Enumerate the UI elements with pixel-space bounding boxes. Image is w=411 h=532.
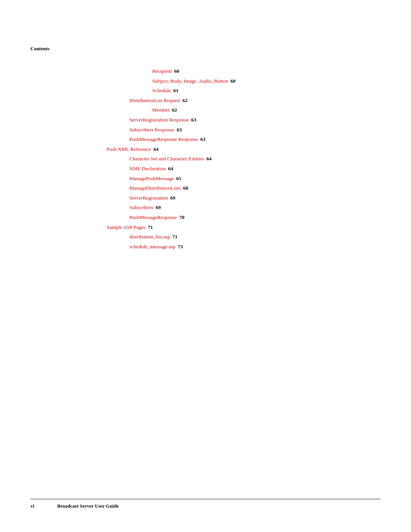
toc-item-text: XML Declaration — [129, 165, 166, 173]
toc-item-number: 60 — [174, 67, 180, 75]
toc-item-text: ManageDistributionLists — [129, 184, 181, 192]
toc-item: PushMessageResponse70 — [107, 213, 381, 222]
toc-item-text: Recipient — [152, 67, 172, 75]
toc-item: schedule_message.asp73 — [107, 243, 381, 251]
toc-item: ManageDistributionLists68 — [107, 184, 381, 192]
toc-item-text: ServerRegistration Response — [129, 116, 189, 124]
toc-item: Recipient60 — [107, 67, 381, 75]
toc-item-text: Subscribers Response — [129, 126, 174, 134]
toc-item: ManagePushMessage65 — [107, 174, 381, 183]
toc-item: distribution_list.asp71 — [107, 233, 381, 241]
toc-item-number: 62 — [182, 96, 188, 105]
footer: vi Broadcast Server User Guide — [30, 499, 381, 509]
toc-item-number: 68 — [183, 184, 188, 192]
toc-item: Member62 — [107, 106, 381, 114]
toc-item-text: PushMessageResponse Response — [129, 135, 198, 144]
contents-heading: Contents — [30, 46, 381, 52]
footer-book-title: Broadcast Server User Guide — [57, 503, 119, 509]
toc-item: DistributionList Request62 — [107, 96, 381, 105]
toc-item-number: 73 — [178, 243, 183, 251]
toc-item-number: 62 — [172, 106, 177, 114]
toc-item-text: DistributionList Request — [129, 96, 180, 105]
toc-item-text: Character Set and Character Entities — [129, 155, 204, 163]
toc-item-text: PushMessageResponse — [129, 213, 177, 222]
toc-item-text: Push XML Reference — [107, 145, 151, 153]
toc-item-text: Member — [152, 106, 170, 114]
toc-item: Sample ASP Pages71 — [107, 223, 381, 232]
toc-item: Subscribers69 — [107, 203, 381, 212]
toc-item: Character Set and Character Entities64 — [107, 155, 381, 163]
toc-item: ServerRegistration69 — [107, 194, 381, 202]
toc-container: Recipient60Subject, Body, Image, Audio, … — [30, 67, 381, 251]
toc-item-number: 65 — [176, 174, 182, 183]
toc-item-number: 69 — [156, 203, 161, 212]
toc-item-number: 71 — [172, 233, 178, 241]
footer-page-number: vi — [30, 503, 34, 509]
toc-item-text: schedule_message.asp — [129, 243, 175, 251]
toc-item: Schedule61 — [107, 86, 381, 95]
toc-item: Subscribers Response63 — [107, 126, 381, 134]
toc-item-number: 64 — [168, 165, 174, 173]
toc-item: XML Declaration64 — [107, 165, 381, 173]
toc-item-text: ManagePushMessage — [129, 174, 174, 183]
toc-item: PushMessageResponse Response63 — [107, 135, 381, 144]
toc-item-number: 60 — [230, 77, 236, 85]
toc-item-number: 71 — [148, 223, 153, 232]
toc-item: ServerRegistration Response63 — [107, 116, 381, 124]
toc-item: Push XML Reference64 — [107, 145, 381, 153]
toc-item-number: 70 — [179, 213, 185, 222]
toc-item-number: 64 — [153, 145, 159, 153]
toc-item: Subject, Body, Image, Audio, Button60 — [107, 77, 381, 85]
page: Contents Recipient60Subject, Body, Image… — [0, 0, 411, 532]
toc-item-text: Sample ASP Pages — [107, 223, 145, 232]
toc-item-text: Schedule — [152, 86, 171, 95]
toc-item-text: Subscribers — [129, 203, 153, 212]
toc-item-number: 69 — [170, 194, 175, 202]
toc-item-text: ServerRegistration — [129, 194, 168, 202]
toc-item-text: distribution_list.asp — [129, 233, 170, 241]
toc-item-text: Subject, Body, Image, Audio, Button — [152, 77, 228, 85]
toc-item-number: 63 — [177, 126, 182, 134]
toc-item-number: 63 — [200, 135, 206, 144]
toc-item-number: 61 — [174, 86, 179, 95]
toc-item-number: 63 — [191, 116, 196, 124]
toc-item-number: 64 — [206, 155, 212, 163]
